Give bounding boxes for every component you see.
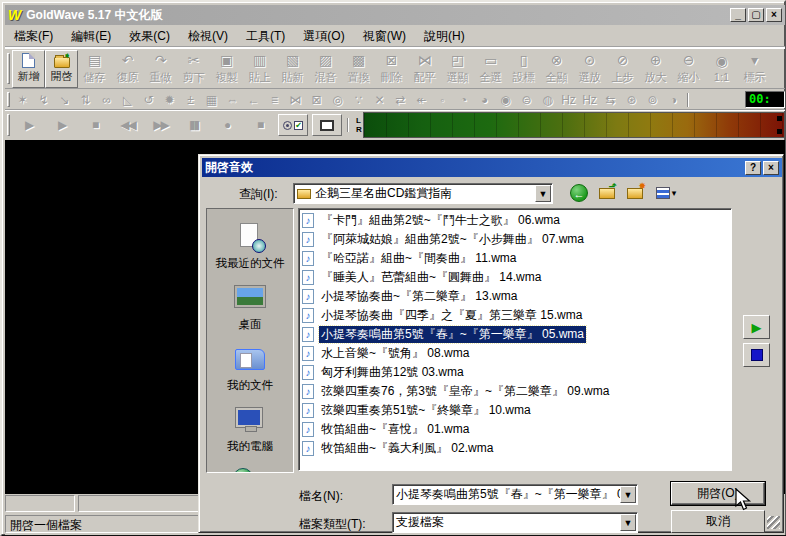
close-button[interactable]: ×: [766, 8, 782, 22]
places-bar: 我最近的文件 桌面 我的文件 我的電腦 網路上的芳鄰: [206, 208, 294, 473]
new-file-icon: [22, 53, 35, 68]
toolbar-button-icon: ▧: [286, 53, 299, 69]
effect-icon: ≡: [264, 93, 285, 107]
meter-peak-dot: [777, 129, 782, 134]
look-in-combobox[interactable]: 企鵝三星名曲CD鑑賞指南 ▼: [293, 183, 553, 204]
level-meter-wrap: L R: [356, 112, 785, 138]
preview-play-button[interactable]: ▶: [743, 315, 770, 339]
file-list-item[interactable]: ♪ 牧笛組曲~『喜悅』 01.wma: [300, 420, 730, 439]
effect-icon: ✶: [12, 93, 33, 107]
views-dropdown-arrow: ▾: [672, 188, 677, 198]
toolbar-grip[interactable]: [7, 114, 10, 136]
audio-file-icon: ♪: [302, 213, 314, 228]
transport-button: ▮▮: [177, 114, 210, 137]
menu-item[interactable]: 工具(T): [237, 26, 294, 47]
place-my-documents[interactable]: 我的文件: [207, 345, 293, 393]
views-button[interactable]: ▾: [651, 182, 681, 204]
play-icon: ▶: [752, 320, 762, 335]
file-list-item[interactable]: ♪ 弦樂四重奏76，第3號『皇帝』~『第二樂章』 09.wma: [300, 382, 730, 401]
toolbar-button-icon: ↶: [122, 53, 134, 69]
file-list-item[interactable]: ♪ 『卡門』組曲第2號~『鬥牛士之歌』 06.wma: [300, 211, 730, 230]
audio-file-icon: ♪: [302, 403, 314, 418]
main-toolbar: 新增 ➧ 開啓 ▤ 儲存 ↶ 復原 ↷ 重做 ✂ 剪下 ▣ 複製: [5, 48, 785, 89]
dialog-title-bar: 開啓音效 ? ×: [202, 158, 782, 177]
transport-button: ■: [78, 114, 111, 137]
effect-icon: ⇅: [75, 93, 96, 107]
effect-icon: ←: [243, 93, 264, 107]
dropdown-arrow[interactable]: ▼: [620, 514, 636, 531]
toolbar-button: ◰ 選顯: [441, 50, 474, 88]
device-window-button[interactable]: [312, 114, 342, 136]
menu-item[interactable]: 說明(H): [415, 26, 474, 47]
file-name: 『阿萊城姑娘』組曲第2號~『小步舞曲』 07.wma: [319, 231, 586, 248]
file-list-item[interactable]: ♪ 小提琴協奏曲『四季』之『夏』第三樂章 15.wma: [300, 306, 730, 325]
toolbar-button: ⊗ 全顯: [540, 50, 573, 88]
toolbar-grip[interactable]: [7, 53, 10, 84]
file-list-item[interactable]: ♪ 弦樂四重奏第51號~『終樂章』 10.wma: [300, 401, 730, 420]
toolbar-button-icon: ↷: [155, 53, 167, 69]
menu-item[interactable]: 檢視(V): [179, 26, 237, 47]
file-list-item[interactable]: ♪ 水上音樂~『號角』 08.wma: [300, 344, 730, 363]
resize-grip[interactable]: [767, 516, 780, 529]
dropdown-arrow[interactable]: ▼: [620, 486, 636, 503]
effect-icon: ▦: [201, 93, 222, 107]
place-my-computer[interactable]: 我的電腦: [207, 406, 293, 454]
preview-stop-button[interactable]: [743, 343, 770, 367]
file-list-item[interactable]: ♪ 『哈亞諾』組曲~『間奏曲』 11.wma: [300, 249, 730, 268]
menu-item[interactable]: 視窗(W): [354, 26, 415, 47]
effect-icon: ↺: [138, 93, 159, 107]
file-list-item[interactable]: ♪ 小提琴奏鳴曲第5號『春』~『第一樂章』 05.wma: [300, 325, 730, 344]
place-desktop[interactable]: 桌面: [207, 284, 293, 332]
place-network[interactable]: 網路上的芳鄰: [207, 467, 293, 473]
menu-item[interactable]: 選項(O): [294, 26, 353, 47]
filename-combobox[interactable]: 小提琴奏鳴曲第5號『春』~『第一樂章』 0 ▼: [392, 484, 638, 505]
maximize-button[interactable]: ▢: [748, 8, 764, 22]
separator: [687, 93, 689, 107]
dialog-help-button[interactable]: ?: [745, 161, 761, 175]
new-folder-button[interactable]: ✸: [623, 182, 647, 204]
audio-file-icon: ♪: [302, 346, 314, 361]
file-list-item[interactable]: ♪ 『阿萊城姑娘』組曲第2號~『小步舞曲』 07.wma: [300, 230, 730, 249]
file-list: ♪ 『卡門』組曲第2號~『鬥牛士之歌』 06.wma ♪ 『阿萊城姑娘』組曲第2…: [298, 208, 732, 471]
menu-item[interactable]: 編輯(E): [62, 26, 120, 47]
toolbar-button-label: 全選: [480, 70, 502, 85]
network-places-icon: [232, 467, 268, 473]
transport-toolbar: ▶▶■◀◀▶▶▮▮●■ ✔ L R: [5, 111, 785, 139]
cancel-dialog-button[interactable]: 取消: [671, 510, 765, 533]
toolbar-button: ⊕ 放大: [639, 50, 672, 88]
toolbar-button: ▣ 複製: [210, 50, 243, 88]
file-name: 匈牙利舞曲第12號 03.wma: [319, 364, 466, 381]
place-recent-documents[interactable]: 我最近的文件: [207, 223, 293, 271]
place-label: 桌面: [239, 317, 262, 332]
toolbar-button: ▧ 貼新: [276, 50, 309, 88]
transport-button: ▶▶: [144, 114, 177, 137]
audio-file-icon: ♪: [302, 232, 314, 247]
toolbar-button-label: 剪下: [183, 70, 205, 85]
toolbar-button-label: 貼新: [282, 70, 304, 85]
filetype-label: 檔案類型(T):: [299, 516, 366, 533]
file-list-item[interactable]: ♪ 牧笛組曲~『義大利風』 02.wma: [300, 439, 730, 458]
new-folder-icon: ✸: [627, 188, 643, 199]
file-list-item[interactable]: ♪ 匈牙利舞曲第12號 03.wma: [300, 363, 730, 382]
up-one-level-button[interactable]: ⬏: [595, 182, 619, 204]
effect-icon: ⊚: [642, 93, 663, 107]
dropdown-arrow[interactable]: ▼: [535, 185, 551, 202]
effect-icon: ◍: [537, 93, 558, 107]
new-button[interactable]: 新增: [12, 50, 45, 88]
up-folder-icon: ⬏: [599, 188, 615, 199]
dialog-title: 開啓音效: [205, 159, 253, 176]
minimize-button[interactable]: _: [730, 8, 746, 22]
back-button[interactable]: ←: [567, 182, 591, 204]
record-monitor-toggle-button[interactable]: ✔: [278, 114, 308, 136]
file-name: 牧笛組曲~『義大利風』 02.wma: [319, 440, 495, 457]
file-list-item[interactable]: ♪ 『睡美人』芭蕾組曲~『圓舞曲』 14.wma: [300, 268, 730, 287]
menu-item[interactable]: 效果(C): [120, 26, 179, 47]
menu-item[interactable]: 檔案(F): [5, 26, 62, 47]
effect-icon: ◑: [663, 93, 684, 107]
dialog-close-button[interactable]: ×: [763, 161, 779, 175]
file-list-item[interactable]: ♪ 小提琴協奏曲~『第二樂章』 13.wma: [300, 287, 730, 306]
filetype-combobox[interactable]: 支援檔案 ▼: [392, 512, 638, 533]
open-button[interactable]: ➧ 開啓: [45, 50, 78, 88]
audio-file-icon: ♪: [302, 441, 314, 456]
toolbar-grip[interactable]: [7, 92, 10, 107]
